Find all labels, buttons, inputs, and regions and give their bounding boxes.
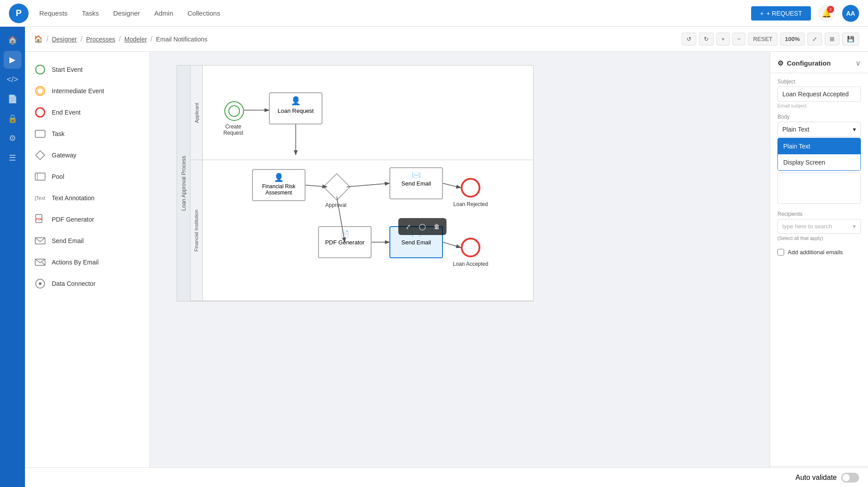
fit-button[interactable]: ⤢ [807, 33, 822, 45]
pdf-generator-task[interactable]: 📄 PDF Generator [318, 226, 372, 258]
zoom-out-button[interactable]: − [732, 33, 746, 45]
body-type-select[interactable]: Plain Text ▾ [777, 122, 861, 137]
approval-gateway[interactable] [323, 173, 351, 201]
element-task[interactable]: Task [25, 123, 149, 144]
sidebar-lock-icon[interactable]: 🔒 [4, 110, 21, 128]
breadcrumb-current: Email Notifications [156, 36, 207, 43]
float-connect-btn[interactable]: ⤤ [402, 220, 414, 233]
auto-validate-label: Auto validate [795, 474, 837, 482]
redo-button[interactable]: ↻ [699, 33, 714, 45]
grid-button[interactable]: ⊞ [825, 33, 839, 45]
lane-financial: Financial Institution 👤 Financial RiskAs… [190, 160, 533, 301]
bpmn-diagram[interactable]: Loan Approval Process Applicant [177, 65, 533, 301]
float-delete-btn[interactable]: 🗑 [430, 220, 443, 233]
sidebar-play-icon[interactable]: ▶ [4, 51, 21, 69]
breadcrumb-modeler[interactable]: Modeler [124, 36, 147, 43]
start-event-icon [34, 63, 46, 76]
send-email-icon [34, 235, 46, 247]
nav-requests[interactable]: Requests [39, 9, 67, 17]
financial-risk-task[interactable]: 👤 Financial RiskAssesment [252, 169, 306, 201]
pdf-generator-icon: PDF [34, 213, 46, 226]
connector-svg [203, 66, 533, 160]
element-send-email[interactable]: Send Email [25, 230, 149, 252]
recipients-search[interactable]: type here to search ▾ [777, 219, 861, 234]
recipients-hint: (Select all that apply) [777, 235, 861, 241]
zoom-in-button[interactable]: + [716, 33, 730, 45]
svg-line-21 [443, 183, 461, 188]
canvas-area[interactable]: Loan Approval Process Applicant [150, 52, 770, 487]
approval-label: Approval [318, 202, 354, 208]
element-intermediate-event[interactable]: Intermediate Event [25, 80, 149, 102]
gateway-icon [34, 149, 46, 161]
svg-point-2 [37, 88, 43, 94]
subject-hint: Email subject [777, 103, 861, 108]
body-select-wrapper: Plain Text ▾ Plain Text Display Screen [777, 122, 861, 171]
main-area: Start Event Intermediate Event End Event… [25, 52, 868, 487]
data-connector-icon [34, 277, 46, 290]
undo-button[interactable]: ↺ [682, 33, 696, 45]
svg-point-15 [39, 282, 41, 285]
breadcrumb-designer[interactable]: Designer [52, 36, 77, 43]
home-icon[interactable]: 🏠 [34, 35, 43, 43]
loan-request-task[interactable]: 👤 Loan Request [269, 92, 322, 124]
float-circle-btn[interactable]: ◯ [416, 220, 429, 233]
loan-rejected-label: Loan Rejected [452, 201, 489, 207]
element-data-connector[interactable]: Data Connector [25, 273, 149, 294]
subject-section: Subject Email subject [770, 73, 868, 114]
loan-accepted-event[interactable] [461, 238, 480, 257]
svg-text:PDF: PDF [36, 218, 43, 221]
svg-rect-6 [35, 173, 45, 180]
create-request-label: Create Request [215, 124, 251, 136]
lanes-container: Applicant Create Request [190, 66, 533, 301]
config-title: ⚙ Configuration [777, 59, 831, 67]
body-type-dropdown: Plain Text Display Screen [777, 138, 861, 171]
loan-rejected-node[interactable]: Loan Rejected [461, 178, 480, 198]
body-textarea[interactable] [777, 173, 861, 204]
body-option-plain-text[interactable]: Plain Text [778, 138, 860, 154]
lane-applicant-label: Applicant [190, 66, 203, 160]
save-button[interactable]: 💾 [842, 33, 859, 45]
collapse-icon[interactable]: ∨ [856, 59, 861, 67]
loan-rejected-event[interactable] [461, 178, 480, 198]
add-emails-checkbox[interactable] [777, 249, 784, 256]
pool-icon [34, 170, 46, 183]
auto-validate-toggle[interactable] [841, 473, 859, 483]
element-text-annotation[interactable]: [Text] Text Annotation [25, 187, 149, 209]
zoom-level: 100% [780, 33, 805, 45]
request-button[interactable]: + + REQUEST [751, 6, 811, 21]
subject-input[interactable] [777, 87, 861, 102]
pool-label: Loan Approval Process [177, 66, 190, 301]
element-gateway[interactable]: Gateway [25, 144, 149, 166]
bottom-bar: Auto validate [25, 467, 868, 487]
breadcrumb-processes[interactable]: Processes [86, 36, 115, 43]
nav-admin[interactable]: Admin [154, 9, 174, 17]
element-pool[interactable]: Pool [25, 166, 149, 187]
element-pdf-generator[interactable]: PDF PDF Generator [25, 209, 149, 230]
nav-designer[interactable]: Designer [113, 9, 140, 17]
loan-request-node[interactable]: 👤 Loan Request [269, 92, 322, 124]
nav-tasks[interactable]: Tasks [82, 9, 99, 17]
start-event-node[interactable]: Create Request [224, 101, 244, 121]
element-start-event[interactable]: Start Event [25, 59, 149, 80]
sidebar-list-icon[interactable]: ☰ [4, 149, 21, 167]
financial-risk-node[interactable]: 👤 Financial RiskAssesment [252, 169, 306, 201]
send-email-top-node[interactable]: ✉️ Send Email [389, 167, 443, 199]
lane-applicant: Applicant Create Request [190, 66, 533, 160]
body-option-display-screen[interactable]: Display Screen [778, 154, 860, 170]
sidebar-home-icon[interactable]: 🏠 [4, 31, 21, 49]
notifications-button[interactable]: 🔔 2 [818, 5, 835, 22]
nav-collections[interactable]: Collections [187, 9, 220, 17]
element-end-event[interactable]: End Event [25, 102, 149, 123]
sidebar-file-icon[interactable]: 📄 [4, 90, 21, 108]
send-email-top-task[interactable]: ✉️ Send Email [389, 167, 443, 199]
avatar-button[interactable]: AA [842, 5, 859, 22]
element-actions-by-email[interactable]: Actions By Email [25, 252, 149, 273]
recipients-label: Recipients [777, 211, 861, 217]
loan-accepted-node[interactable]: Loan Accepted [461, 238, 480, 257]
reset-button[interactable]: RESET [748, 33, 777, 45]
float-action-bar: ⤤ ◯ 🗑 [398, 218, 446, 235]
gateway-node[interactable]: Approval [327, 177, 347, 197]
pdf-generator-node[interactable]: 📄 PDF Generator [318, 226, 372, 258]
sidebar-code-icon[interactable]: </> [4, 70, 21, 88]
sidebar-gear-icon[interactable]: ⚙ [4, 129, 21, 147]
